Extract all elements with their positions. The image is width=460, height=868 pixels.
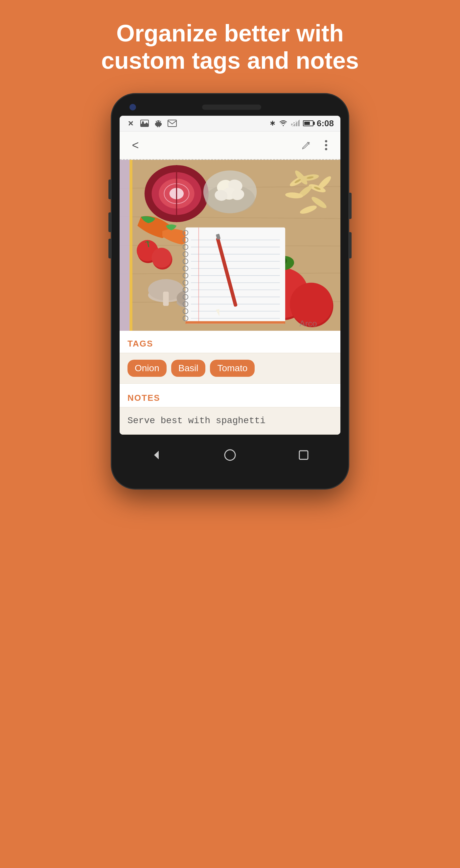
pinwheel-icon xyxy=(126,119,135,128)
notes-container: Serve best with spaghetti xyxy=(120,407,340,435)
headline-line2: custom tags and notes xyxy=(101,48,359,74)
headline: Organize better with custom tags and not… xyxy=(75,0,385,88)
nav-bar xyxy=(120,438,340,472)
svg-rect-12 xyxy=(168,120,176,127)
tags-container: Onion Basil Tomato xyxy=(120,353,340,384)
edit-button[interactable] xyxy=(300,139,313,152)
phone-mockup: ∗ xyxy=(112,94,348,489)
android-icon xyxy=(154,119,163,128)
notes-section-label: NOTES xyxy=(120,385,340,407)
svg-rect-6 xyxy=(157,126,158,127)
svg-rect-3 xyxy=(156,122,161,126)
tags-section-label: TAGS xyxy=(120,331,340,353)
svg-point-110 xyxy=(225,450,235,460)
svg-rect-91 xyxy=(186,321,285,323)
svg-rect-7 xyxy=(159,126,160,127)
svg-point-0 xyxy=(130,122,132,124)
wifi-icon xyxy=(278,118,288,129)
svg-point-9 xyxy=(159,121,160,122)
headline-line1: Organize better with xyxy=(116,20,344,46)
status-bar: ∗ xyxy=(120,116,340,131)
svg-point-8 xyxy=(157,121,158,122)
bluetooth-icon: ∗ xyxy=(269,119,275,128)
back-chevron-icon: < xyxy=(132,138,139,152)
svg-rect-16 xyxy=(298,120,300,126)
app-bar: < xyxy=(120,131,340,160)
battery-icon xyxy=(303,120,314,126)
svg-rect-25 xyxy=(129,160,132,331)
signal-icon xyxy=(291,118,300,129)
svg-marker-109 xyxy=(154,451,159,459)
svg-rect-4 xyxy=(155,123,156,125)
food-image: Arco xyxy=(120,160,340,331)
back-button[interactable]: < xyxy=(128,137,143,153)
phone-outer: ∗ xyxy=(112,94,348,489)
image-icon xyxy=(140,119,149,128)
svg-line-11 xyxy=(160,121,161,122)
more-options-button[interactable] xyxy=(319,139,332,152)
time-display: 6:08 xyxy=(317,118,334,129)
status-icons-right: ∗ xyxy=(269,118,334,129)
svg-rect-58 xyxy=(163,291,169,305)
svg-rect-111 xyxy=(299,451,308,459)
svg-point-54 xyxy=(152,248,172,268)
recents-nav-button[interactable] xyxy=(294,445,314,465)
phone-top-bar xyxy=(120,104,340,116)
pencil-icon xyxy=(301,140,311,151)
back-nav-button[interactable] xyxy=(146,445,166,465)
tag-chip-tomato[interactable]: Tomato xyxy=(210,360,255,377)
svg-rect-5 xyxy=(161,123,162,125)
svg-text:Arco: Arco xyxy=(299,319,317,329)
phone-screen: ∗ xyxy=(120,116,340,435)
tag-chip-onion[interactable]: Onion xyxy=(128,360,167,377)
status-icons-left xyxy=(126,119,177,128)
speaker-grille xyxy=(202,104,261,110)
notes-text: Serve best with spaghetti xyxy=(128,414,332,428)
camera-dot xyxy=(129,104,136,111)
svg-line-10 xyxy=(156,121,157,122)
gmail-icon xyxy=(168,119,177,128)
tag-chip-basil[interactable]: Basil xyxy=(171,360,206,377)
app-bar-actions xyxy=(300,139,332,152)
home-nav-button[interactable] xyxy=(220,445,240,465)
three-dots-icon xyxy=(325,140,327,150)
